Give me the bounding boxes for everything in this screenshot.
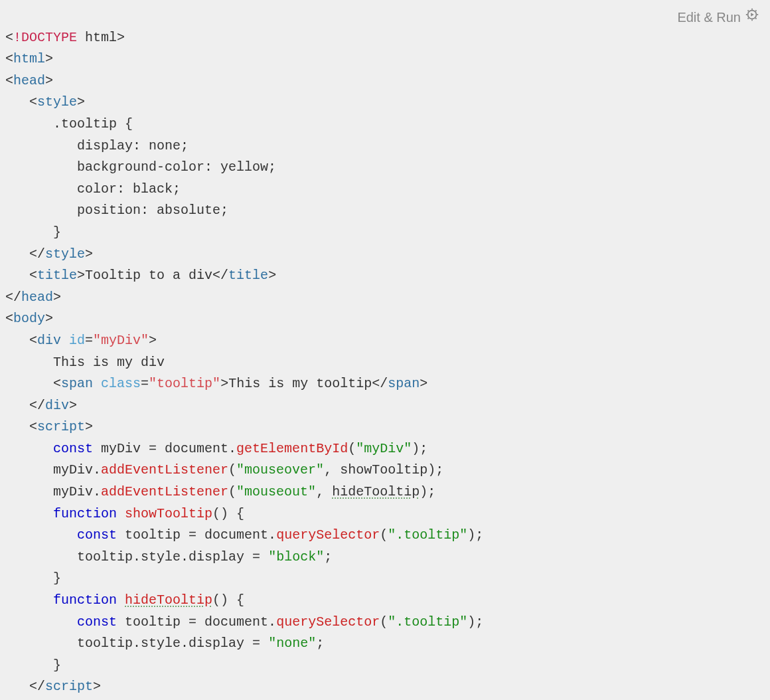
tag-script-open: script	[37, 419, 85, 434]
css-selector: .tooltip	[53, 116, 117, 131]
code-block: <!DOCTYPE html> <html> <head> <style> .t…	[0, 0, 770, 700]
tag-span-open: span	[61, 376, 93, 391]
edit-and-run-button[interactable]: Edit & Run	[677, 7, 759, 29]
tag-div-close: div	[45, 398, 69, 413]
fn-showtooltip: showTooltip	[125, 506, 212, 521]
tag-div-open: div	[37, 333, 61, 348]
span-inner-text: This is my tooltip	[228, 376, 372, 391]
edit-run-label: Edit & Run	[677, 7, 741, 29]
gear-play-icon	[745, 7, 759, 29]
tag-html-open: html	[13, 51, 45, 66]
tag-style-close: style	[45, 246, 85, 262]
tag-title-open: title	[37, 268, 77, 283]
tag-script-close: script	[45, 679, 93, 694]
tag-style-open: style	[37, 94, 77, 110]
div-inner-text: This is my div	[53, 355, 165, 370]
fn-hidetooltip: hideTooltip	[125, 592, 212, 608]
doctype-keyword: DOCTYPE	[21, 30, 77, 45]
title-text: Tooltip to a div	[85, 268, 212, 283]
tag-body-open: body	[13, 311, 45, 326]
tag-head-open: head	[13, 73, 45, 88]
tag-head-close: head	[21, 290, 53, 305]
